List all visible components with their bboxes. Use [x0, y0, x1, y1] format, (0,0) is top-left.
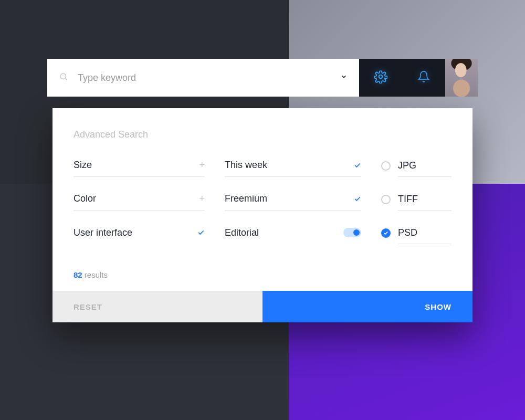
search-input[interactable]: [78, 72, 331, 83]
show-button[interactable]: SHOW: [262, 291, 472, 322]
filter-grid: Size + This week JPG Color: [74, 159, 452, 244]
filter-time-range[interactable]: This week: [225, 159, 361, 177]
avatar[interactable]: [445, 59, 478, 97]
check-icon: [192, 229, 205, 236]
radio-icon: [381, 195, 391, 204]
format-label: PSD: [398, 226, 452, 244]
filter-pricing[interactable]: Freemium: [225, 193, 361, 211]
format-tiff[interactable]: TIFF: [381, 193, 452, 211]
svg-point-0: [60, 74, 66, 79]
results-number: 82: [74, 270, 82, 279]
bell-icon: [417, 70, 430, 85]
results-word: results: [82, 270, 108, 279]
topbar: [47, 59, 478, 97]
app-shell: Advanced Search Size + This week J: [47, 59, 478, 322]
notifications-button[interactable]: [402, 59, 445, 97]
check-icon: [349, 195, 361, 203]
filter-label: Size: [74, 160, 192, 171]
format-label: TIFF: [398, 193, 452, 211]
filter-size[interactable]: Size +: [74, 159, 205, 177]
search-icon: [59, 72, 68, 83]
svg-point-2: [379, 75, 383, 79]
filter-label: Color: [74, 193, 192, 204]
filter-label: This week: [225, 160, 349, 171]
radio-checked-icon: [381, 228, 391, 238]
format-jpg[interactable]: JPG: [381, 159, 452, 177]
svg-line-1: [65, 78, 67, 80]
gear-icon: [374, 70, 387, 86]
panel-title: Advanced Search: [74, 129, 452, 140]
reset-button[interactable]: RESET: [52, 291, 262, 322]
panel-actions: RESET SHOW: [52, 291, 472, 322]
chevron-down-icon[interactable]: [340, 73, 348, 82]
advanced-search-panel: Advanced Search Size + This week J: [52, 108, 472, 322]
results-count: 82 results: [74, 270, 452, 279]
filter-editorial[interactable]: Editorial: [225, 226, 361, 244]
settings-button[interactable]: [359, 59, 402, 97]
filter-label: Freemium: [225, 193, 349, 204]
toggle-switch[interactable]: [343, 228, 361, 237]
plus-icon: +: [199, 160, 205, 171]
filter-color[interactable]: Color +: [74, 193, 205, 211]
radio-icon: [381, 161, 391, 171]
format-psd[interactable]: PSD: [381, 226, 452, 244]
check-icon: [349, 162, 361, 169]
search-bar[interactable]: [47, 59, 359, 97]
filter-label: User interface: [74, 227, 192, 238]
toggle-knob: [353, 229, 360, 236]
filter-label: Editorial: [225, 227, 343, 238]
filter-category[interactable]: User interface: [74, 226, 205, 244]
plus-icon: +: [199, 193, 205, 204]
format-label: JPG: [398, 159, 452, 177]
